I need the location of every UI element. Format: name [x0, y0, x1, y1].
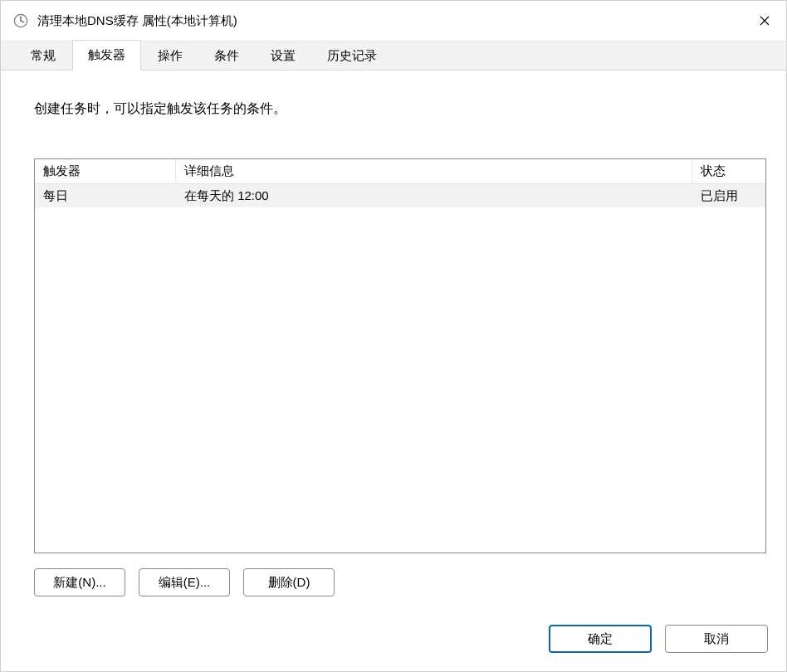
- cancel-button[interactable]: 取消: [665, 625, 768, 653]
- col-header-detail[interactable]: 详细信息: [176, 159, 692, 183]
- tab-actions-label: 操作: [158, 48, 183, 62]
- delete-button-label: 删除(D): [268, 575, 310, 591]
- tab-general-label: 常规: [31, 48, 56, 62]
- tab-settings[interactable]: 设置: [256, 41, 310, 71]
- cell-trigger: 每日: [35, 184, 176, 207]
- tab-triggers-label: 触发器: [88, 47, 125, 61]
- cell-status: 已启用: [692, 184, 765, 207]
- list-rows: 每日 在每天的 12:00 已启用: [35, 184, 765, 207]
- tab-conditions-label: 条件: [214, 48, 239, 62]
- tab-settings-label: 设置: [271, 48, 296, 62]
- cancel-button-label: 取消: [704, 631, 729, 647]
- tab-strip: 常规 触发器 操作 条件 设置 历史记录: [1, 41, 786, 71]
- triggers-list[interactable]: 触发器 详细信息 状态 每日 在每天的 12:00 已启用: [34, 158, 766, 553]
- task-properties-dialog: 清理本地DNS缓存 属性(本地计算机) 常规 触发器 操作 条件 设置 历史记录…: [0, 0, 787, 672]
- task-scheduler-icon: [12, 12, 29, 29]
- close-button[interactable]: [743, 1, 786, 41]
- edit-button[interactable]: 编辑(E)...: [139, 568, 230, 597]
- triggers-description: 创建任务时，可以指定触发该任务的条件。: [34, 100, 766, 118]
- tab-general[interactable]: 常规: [16, 41, 71, 71]
- tab-conditions[interactable]: 条件: [199, 41, 254, 71]
- tab-body-triggers: 创建任务时，可以指定触发该任务的条件。 触发器 详细信息 状态 每日 在每天的 …: [16, 84, 771, 606]
- tab-history[interactable]: 历史记录: [312, 41, 392, 71]
- ok-button[interactable]: 确定: [549, 625, 652, 653]
- edit-button-label: 编辑(E)...: [159, 575, 211, 591]
- tab-triggers[interactable]: 触发器: [72, 40, 141, 71]
- ok-button-label: 确定: [588, 631, 613, 647]
- trigger-buttons: 新建(N)... 编辑(E)... 删除(D): [34, 568, 335, 597]
- col-header-trigger[interactable]: 触发器: [35, 159, 176, 183]
- tab-actions[interactable]: 操作: [143, 41, 198, 71]
- cell-detail: 在每天的 12:00: [176, 184, 692, 207]
- col-header-status[interactable]: 状态: [692, 159, 765, 183]
- new-button[interactable]: 新建(N)...: [34, 568, 125, 597]
- new-button-label: 新建(N)...: [53, 575, 105, 591]
- window-title: 清理本地DNS缓存 属性(本地计算机): [37, 13, 237, 29]
- tab-history-label: 历史记录: [327, 48, 377, 62]
- table-row[interactable]: 每日 在每天的 12:00 已启用: [35, 184, 765, 207]
- titlebar: 清理本地DNS缓存 属性(本地计算机): [1, 1, 786, 41]
- list-header: 触发器 详细信息 状态: [35, 159, 765, 184]
- dialog-buttons: 确定 取消: [549, 625, 768, 653]
- delete-button[interactable]: 删除(D): [243, 568, 335, 597]
